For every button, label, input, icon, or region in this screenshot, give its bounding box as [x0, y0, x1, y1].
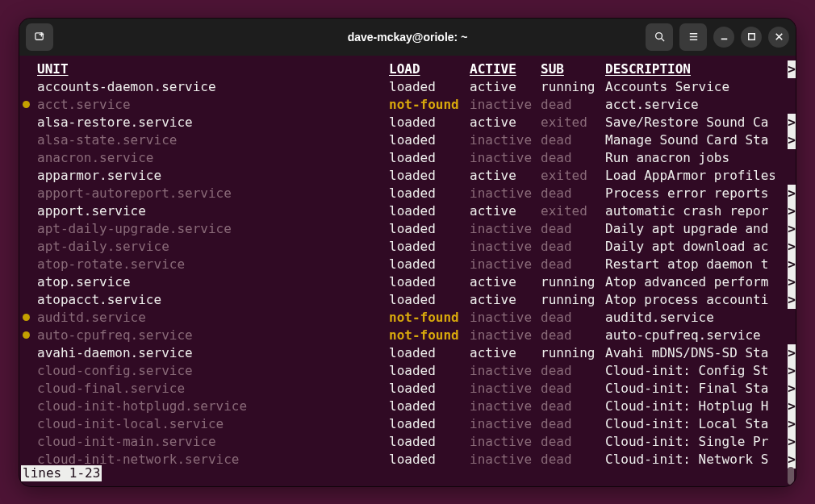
unit-load: loaded — [389, 149, 470, 167]
unit-name: atopacct.service — [37, 291, 389, 309]
unit-load: loaded — [389, 114, 470, 131]
warning-bullet-icon — [23, 331, 30, 339]
unit-active: active — [470, 344, 541, 362]
overflow-indicator: > — [788, 131, 796, 149]
unit-name: apt-daily-upgrade.service — [37, 220, 389, 238]
unit-row: anacron.serviceloadedinactivedeadRun ana… — [19, 149, 796, 167]
terminal-body[interactable]: UNIT LOAD ACTIVE SUB DESCRIPTION > accou… — [19, 56, 796, 486]
new-tab-button[interactable] — [26, 23, 53, 51]
close-icon — [773, 31, 785, 43]
scrollbar-thumb[interactable] — [788, 467, 794, 485]
overflow-indicator: > — [788, 415, 796, 433]
unit-row: accounts-daemon.serviceloadedactiverunni… — [19, 78, 796, 96]
unit-sub: exited — [541, 167, 605, 185]
unit-description: Run anacron jobs — [605, 149, 775, 167]
unit-description: Atop process accounti — [605, 291, 775, 309]
unit-description: acct.service — [605, 96, 775, 114]
minimize-button[interactable] — [713, 27, 734, 48]
overflow-indicator: > — [788, 256, 796, 273]
overflow-indicator: > — [788, 60, 796, 78]
unit-active: active — [470, 273, 541, 291]
unit-row: cloud-final.serviceloadedinactivedeadClo… — [19, 380, 796, 398]
unit-load: loaded — [389, 256, 470, 273]
overflow-indicator: > — [788, 433, 796, 451]
unit-name: atop-rotate.service — [37, 256, 389, 273]
unit-description: Atop advanced perform — [605, 273, 775, 291]
overflow-indicator: > — [788, 398, 796, 415]
unit-active: inactive — [470, 415, 541, 433]
unit-sub: running — [541, 344, 605, 362]
unit-load: loaded — [389, 220, 470, 238]
unit-row: auditd.servicenot-foundinactivedeadaudit… — [19, 309, 796, 327]
unit-active: inactive — [470, 220, 541, 238]
overflow-indicator: > — [788, 114, 796, 131]
unit-sub: dead — [541, 415, 605, 433]
titlebar: dave-mckay@oriole: ~ — [19, 19, 796, 56]
unit-load: loaded — [389, 362, 470, 380]
unit-name: cloud-init-hotplugd.service — [37, 398, 389, 415]
unit-load: loaded — [389, 78, 470, 96]
overflow-indicator: > — [788, 344, 796, 362]
unit-name: anacron.service — [37, 149, 389, 167]
menu-button[interactable] — [679, 23, 707, 51]
unit-sub: dead — [541, 327, 605, 344]
unit-description: Cloud-init: Config St — [605, 362, 775, 380]
close-button[interactable] — [768, 27, 789, 48]
unit-sub: running — [541, 291, 605, 309]
overflow-indicator: > — [788, 362, 796, 380]
unit-description: Load AppArmor profiles — [605, 167, 775, 185]
unit-active: active — [470, 78, 541, 96]
unit-name: apport-autoreport.service — [37, 185, 389, 202]
unit-row: alsa-restore.serviceloadedactiveexitedSa… — [19, 114, 796, 131]
unit-active: inactive — [470, 398, 541, 415]
unit-sub: dead — [541, 256, 605, 273]
overflow-indicator: > — [788, 380, 796, 398]
unit-description: Cloud-init: Final Sta — [605, 380, 775, 398]
unit-active: active — [470, 291, 541, 309]
maximize-button[interactable] — [741, 27, 762, 48]
unit-sub: exited — [541, 202, 605, 220]
unit-load: loaded — [389, 167, 470, 185]
unit-name: apport.service — [37, 202, 389, 220]
col-unit: UNIT — [37, 60, 389, 78]
unit-load: loaded — [389, 380, 470, 398]
unit-sub: dead — [541, 433, 605, 451]
minimize-icon — [718, 31, 730, 43]
svg-line-4 — [661, 39, 664, 42]
unit-load: loaded — [389, 415, 470, 433]
unit-sub: dead — [541, 220, 605, 238]
unit-row: cloud-config.serviceloadedinactivedeadCl… — [19, 362, 796, 380]
search-button[interactable] — [646, 23, 673, 51]
unit-active: inactive — [470, 96, 541, 114]
unit-sub: dead — [541, 185, 605, 202]
unit-active: inactive — [470, 185, 541, 202]
unit-row: apport.serviceloadedactiveexitedautomati… — [19, 202, 796, 220]
overflow-indicator: > — [788, 238, 796, 256]
unit-active: inactive — [470, 256, 541, 273]
unit-active: active — [470, 114, 541, 131]
col-sub: SUB — [541, 60, 605, 78]
unit-sub: dead — [541, 131, 605, 149]
unit-name: cloud-init-local.service — [37, 415, 389, 433]
unit-description: Accounts Service — [605, 78, 775, 96]
col-active: ACTIVE — [470, 60, 541, 78]
svg-point-3 — [655, 33, 662, 40]
unit-load: not-found — [389, 96, 470, 114]
unit-description: automatic crash repor — [605, 202, 775, 220]
unit-active: inactive — [470, 433, 541, 451]
maximize-icon — [746, 31, 758, 43]
unit-sub: dead — [541, 362, 605, 380]
unit-sub: dead — [541, 380, 605, 398]
unit-sub: dead — [541, 96, 605, 114]
unit-load: loaded — [389, 451, 470, 469]
unit-description: Cloud-init: Local Sta — [605, 415, 775, 433]
unit-row: alsa-state.serviceloadedinactivedeadMana… — [19, 131, 796, 149]
window-title: dave-mckay@oriole: ~ — [176, 31, 639, 44]
unit-active: inactive — [470, 149, 541, 167]
unit-name: avahi-daemon.service — [37, 344, 389, 362]
unit-name: cloud-config.service — [37, 362, 389, 380]
unit-row: atop.serviceloadedactiverunningAtop adva… — [19, 273, 796, 291]
unit-load: loaded — [389, 185, 470, 202]
unit-sub: dead — [541, 238, 605, 256]
warning-bullet-icon — [23, 101, 30, 108]
